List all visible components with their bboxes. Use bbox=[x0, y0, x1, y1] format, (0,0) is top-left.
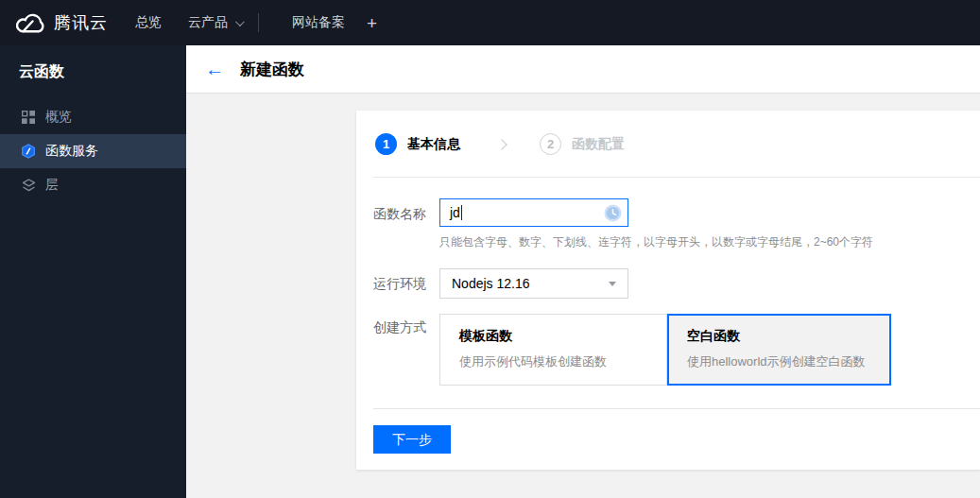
sidebar-item-label: 概览 bbox=[45, 109, 72, 126]
runtime-row: 运行环境 Nodejs 12.16 bbox=[373, 268, 980, 299]
step-number-badge: 1 bbox=[375, 133, 397, 155]
text-cursor bbox=[461, 205, 462, 220]
create-function-card: 1 基本信息 2 函数配置 函数名称 jd bbox=[356, 111, 980, 470]
top-navigation: 总览 云产品 网站备案 + bbox=[108, 13, 377, 32]
back-arrow-icon[interactable]: ← bbox=[205, 60, 224, 78]
page-header: ← 新建函数 bbox=[186, 45, 980, 94]
add-tab-button[interactable]: + bbox=[367, 14, 377, 32]
cloud-logo-icon bbox=[13, 12, 45, 34]
topbar: 腾讯云 总览 云产品 网站备案 + bbox=[0, 0, 980, 45]
method-card-template-function[interactable]: 模板函数 使用示例代码模板创建函数 bbox=[439, 314, 667, 386]
create-function-form: 函数名称 jd 只能包含字母、数字、下划线、连字符，以 bbox=[356, 178, 980, 454]
step-number-badge: 2 bbox=[540, 133, 561, 155]
select-caret-icon bbox=[609, 282, 616, 286]
nav-products[interactable]: 云产品 bbox=[188, 14, 242, 31]
sidebar-item-label: 函数服务 bbox=[45, 143, 98, 160]
step-function-config: 2 函数配置 bbox=[540, 133, 625, 155]
nav-overview[interactable]: 总览 bbox=[135, 14, 162, 31]
sidebar-title: 云函数 bbox=[0, 45, 186, 100]
layers-icon bbox=[21, 178, 36, 193]
runtime-label: 运行环境 bbox=[373, 268, 439, 299]
nav-website-beian[interactable]: 网站备案 bbox=[292, 14, 345, 31]
hexagon-function-icon bbox=[21, 144, 36, 159]
clock-icon bbox=[604, 204, 622, 226]
function-name-hint: 只能包含字母、数字、下划线、连字符，以字母开头，以数字或字母结尾，2~60个字符 bbox=[439, 234, 873, 250]
method-title: 模板函数 bbox=[459, 328, 666, 345]
grid-icon bbox=[21, 110, 36, 125]
function-name-row: 函数名称 jd 只能包含字母、数字、下划线、连字符，以 bbox=[373, 198, 980, 250]
footer-divider bbox=[373, 408, 980, 409]
method-title: 空白函数 bbox=[687, 328, 889, 345]
nav-divider bbox=[258, 13, 259, 32]
method-description: 使用helloworld示例创建空白函数 bbox=[687, 353, 889, 370]
tencent-cloud-logo[interactable]: 腾讯云 bbox=[13, 11, 108, 34]
page-title: 新建函数 bbox=[240, 59, 304, 80]
brand-name: 腾讯云 bbox=[54, 11, 108, 34]
method-card-blank-function[interactable]: 空白函数 使用helloworld示例创建空白函数 bbox=[667, 314, 891, 386]
stepper-arrow-icon bbox=[496, 139, 507, 149]
sidebar-item-label: 层 bbox=[45, 177, 59, 194]
function-name-value: jd bbox=[450, 205, 460, 220]
sidebar-item-overview[interactable]: 概览 bbox=[0, 100, 186, 134]
step-label: 基本信息 bbox=[407, 136, 460, 153]
sidebar-item-function-service[interactable]: 函数服务 bbox=[0, 134, 186, 168]
step-label: 函数配置 bbox=[572, 136, 625, 153]
sidebar: 云函数 概览 函数服务 层 bbox=[0, 45, 186, 498]
content-area: 1 基本信息 2 函数配置 函数名称 jd bbox=[186, 94, 980, 498]
sidebar-item-layers[interactable]: 层 bbox=[0, 168, 186, 202]
function-name-label: 函数名称 bbox=[373, 198, 439, 250]
next-step-button[interactable]: 下一步 bbox=[373, 425, 451, 454]
creation-method-row: 创建方式 模板函数 使用示例代码模板创建函数 空白函数 使用helloworld… bbox=[373, 314, 980, 386]
runtime-select[interactable]: Nodejs 12.16 bbox=[439, 268, 628, 299]
creation-method-options: 模板函数 使用示例代码模板创建函数 空白函数 使用helloworld示例创建空… bbox=[439, 314, 891, 386]
stepper: 1 基本信息 2 函数配置 bbox=[356, 111, 980, 178]
creation-method-label: 创建方式 bbox=[373, 314, 439, 386]
runtime-selected-value: Nodejs 12.16 bbox=[452, 276, 530, 291]
chevron-down-icon bbox=[235, 17, 245, 26]
function-name-input[interactable]: jd bbox=[439, 198, 628, 227]
method-description: 使用示例代码模板创建函数 bbox=[459, 353, 666, 370]
step-basic-info: 1 基本信息 bbox=[375, 133, 460, 155]
nav-products-label: 云产品 bbox=[188, 14, 228, 31]
